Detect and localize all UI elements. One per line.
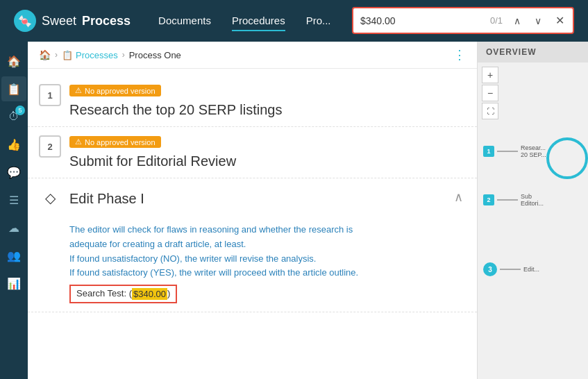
step-content-1: ⚠ No approved version Research the top 2… xyxy=(69,84,466,118)
sidebar-icon-list[interactable]: ☰ xyxy=(1,187,26,212)
zoom-in-button[interactable]: + xyxy=(482,67,498,83)
search-input[interactable] xyxy=(360,15,482,26)
step-badge-2: ⚠ No approved version xyxy=(69,136,161,148)
overview-text-3: Edit... xyxy=(523,266,539,273)
main-layout: 🏠 📋 ⏱ 5 👍 💬 ☰ ☁ 👥 📊 🏠 › 📋 Processes › Pr… xyxy=(0,42,588,379)
step-3-line-1: The editor will check for flaws in reaso… xyxy=(69,223,358,237)
processes-icon: 📋 xyxy=(62,50,73,60)
top-nav: 🍬 SweetProcess Documents Procedures Pro.… xyxy=(0,0,588,42)
zoom-out-button[interactable]: − xyxy=(482,85,498,101)
overview-step-3: 3 Edit... xyxy=(483,262,539,276)
breadcrumb-sep1: › xyxy=(55,50,58,60)
overview-content: 1 Resear...20 SEP... 2 SubEditori... 3 E… xyxy=(478,124,588,379)
breadcrumb-more-button[interactable]: ⋮ xyxy=(453,47,466,62)
content-area: 🏠 › 📋 Processes › Process One ⋮ 1 ⚠ No a… xyxy=(28,42,477,379)
step-badge-text-2: No approved version xyxy=(85,138,156,146)
overview-line-1 xyxy=(497,151,518,152)
fullscreen-button[interactable]: ⛶ xyxy=(482,103,498,119)
step-3-icon: ◇ xyxy=(39,187,61,209)
warning-icon-1: ⚠ xyxy=(75,86,82,95)
overview-header: OVERVIEW xyxy=(478,42,588,62)
logo[interactable]: 🍬 SweetProcess xyxy=(14,10,131,32)
logo-icon: 🍬 xyxy=(14,10,36,32)
logo-sweet: Sweet xyxy=(42,14,76,28)
step-title-3: Edit Phase I xyxy=(69,191,144,207)
search-down-button[interactable]: ∨ xyxy=(532,14,544,28)
sidebar-icon-comments[interactable]: 💬 xyxy=(1,160,26,185)
overview-step-1: 1 Resear...20 SEP... xyxy=(483,144,546,158)
overview-badge-1: 1 xyxy=(483,146,494,157)
step-number-2: 2 xyxy=(39,135,61,158)
timer-badge: 5 xyxy=(15,106,25,115)
step-badge-text-1: No approved version xyxy=(85,87,156,95)
search-count: 0/1 xyxy=(490,15,503,26)
step-3-line-2: adequate for creating a draft article, a… xyxy=(69,237,358,252)
nav-documents[interactable]: Documents xyxy=(158,11,211,31)
step-content-2: ⚠ No approved version Submit for Editori… xyxy=(69,135,466,169)
search-label: Search Test: xyxy=(76,288,126,300)
sidebar-icon-users[interactable]: 👥 xyxy=(1,243,26,268)
sidebar-icon-home[interactable]: 🏠 xyxy=(1,49,26,74)
step-badge-1: ⚠ No approved version xyxy=(69,85,161,96)
overview-text-1: Resear...20 SEP... xyxy=(521,144,546,158)
right-panel: OVERVIEW + − ⛶ 1 Resear...20 SEP... 2 Su… xyxy=(477,42,588,379)
breadcrumb-current: Process One xyxy=(129,50,181,60)
nav-procedures[interactable]: Procedures xyxy=(232,11,285,31)
step-item-2: 2 ⚠ No approved version Submit for Edito… xyxy=(28,127,477,178)
overview-badge-3: 3 xyxy=(483,262,497,276)
sidebar-icon-like[interactable]: 👍 xyxy=(1,132,26,157)
overview-line-2 xyxy=(497,199,518,201)
sidebar: 🏠 📋 ⏱ 5 👍 💬 ☰ ☁ 👥 📊 xyxy=(0,42,28,379)
warning-icon-2: ⚠ xyxy=(75,137,82,146)
overview-text-2: SubEditori... xyxy=(521,193,544,207)
logo-process: Process xyxy=(82,14,131,28)
overview-step-2: 2 SubEditori... xyxy=(483,193,544,207)
breadcrumb-actions: ⋮ xyxy=(453,47,466,62)
search-bar: 0/1 ∧ ∨ ✕ xyxy=(352,7,574,34)
sidebar-icon-cloud[interactable]: ☁ xyxy=(1,215,26,240)
overview-line-3 xyxy=(500,269,521,270)
nav-pro[interactable]: Pro... xyxy=(306,11,331,31)
search-match: $340.00 xyxy=(132,288,167,300)
overview-circle xyxy=(546,137,588,179)
step-item-3: ◇ Edit Phase I ∧ The editor will check f… xyxy=(28,178,477,312)
step-title-2: Submit for Editorial Review xyxy=(69,153,466,169)
step-3-header: ◇ Edit Phase I ∧ xyxy=(39,187,466,209)
step-number-1: 1 xyxy=(39,84,61,106)
step-3-line-3: If found unsatisfactory (NO), the writer… xyxy=(69,252,358,267)
sidebar-icon-documents[interactable]: 📋 xyxy=(1,76,26,101)
step-title-1: Research the top 20 SERP listings xyxy=(69,102,466,118)
search-up-button[interactable]: ∧ xyxy=(511,14,523,28)
breadcrumb-sep2: › xyxy=(122,50,125,60)
sidebar-icon-timer[interactable]: ⏱ 5 xyxy=(1,104,26,129)
step-3-collapse-button[interactable]: ∧ xyxy=(451,187,466,208)
breadcrumb-home[interactable]: 🏠 xyxy=(39,49,51,60)
step-3-content: Edit Phase I ∧ xyxy=(69,187,466,208)
search-close-button[interactable]: ✕ xyxy=(553,12,567,28)
sidebar-icon-chart[interactable]: 📊 xyxy=(1,271,26,296)
search-result-box: Search Test: ($340.00) xyxy=(69,285,177,303)
breadcrumb: 🏠 › 📋 Processes › Process One ⋮ xyxy=(28,42,477,69)
step-item-1: 1 ⚠ No approved version Research the top… xyxy=(28,76,477,127)
step-3-body: The editor will check for flaws in reaso… xyxy=(39,217,358,303)
steps-list: 1 ⚠ No approved version Research the top… xyxy=(28,69,477,379)
overview-badge-2: 2 xyxy=(483,194,494,205)
overview-controls: + − ⛶ xyxy=(478,62,588,124)
breadcrumb-processes[interactable]: 📋 Processes xyxy=(62,50,118,60)
nav-links: Documents Procedures Pro... xyxy=(158,11,330,31)
step-3-line-4: If found satisfactory (YES), the writer … xyxy=(69,266,358,280)
